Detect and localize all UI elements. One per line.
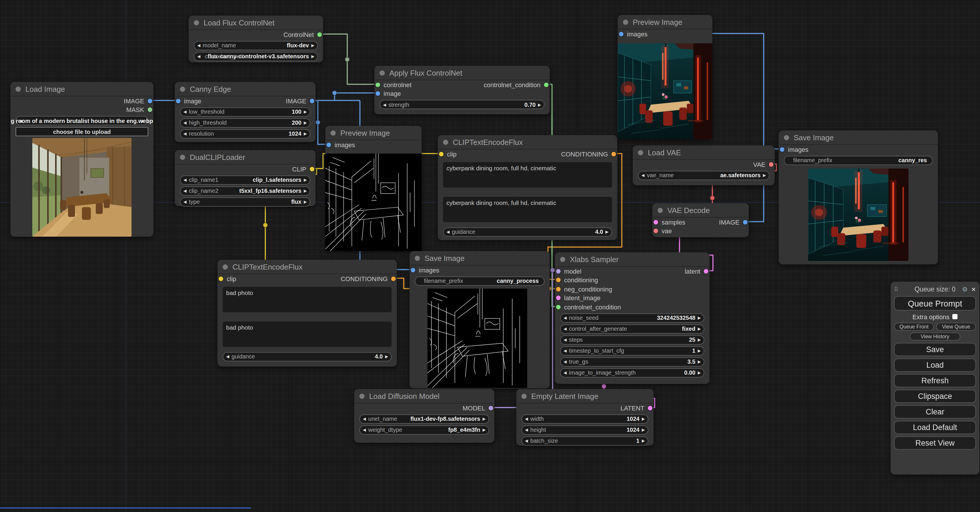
node-graph-canvas[interactable]: Load Flux ControlNetControlNet◀model_nam… [0,0,980,512]
node-xlabs-sampler[interactable]: Xlabs Samplermodellatentconditioningneg_… [555,252,710,384]
output-port-IMAGE[interactable]: IMAGE [286,96,314,105]
input-port-neg_conditioning[interactable]: neg_conditioning [556,285,612,293]
port-dot-icon[interactable] [411,268,415,273]
decrement-arrow-icon[interactable]: ◀ [183,132,186,136]
widget-clip_name1[interactable]: ◀clip_name1clip_l.safetensors▶ [180,175,310,184]
widget-filename_prefix[interactable]: filename_prefixcanny_process [415,276,544,286]
increment-arrow-icon[interactable]: ▶ [311,43,314,47]
output-port-ControlNet[interactable]: ControlNet [283,30,322,39]
node-load-diffusion-model[interactable]: Load Diffusion ModelMODEL◀unet_nameflux1… [354,389,494,443]
decrement-arrow-icon[interactable]: ◀ [363,428,366,432]
increment-arrow-icon[interactable]: ▶ [304,110,307,114]
increment-arrow-icon[interactable]: ▶ [642,428,645,432]
port-dot-icon[interactable] [704,269,708,274]
port-dot-icon[interactable] [619,32,624,37]
increment-arrow-icon[interactable]: ▶ [304,121,307,125]
increment-arrow-icon[interactable]: ▶ [304,200,307,204]
clipspace-button[interactable]: Clipspace [894,390,976,403]
increment-arrow-icon[interactable]: ▶ [698,360,701,364]
decrement-arrow-icon[interactable]: ◀ [183,200,186,204]
port-dot-icon[interactable] [375,91,380,96]
port-dot-icon[interactable] [544,83,549,87]
decrement-arrow-icon[interactable]: ◀ [363,417,366,421]
port-dot-icon[interactable] [654,229,658,233]
node-save-image-mid[interactable]: Save Imageimagesfilename_prefixcanny_pro… [409,251,550,389]
view-history-button[interactable]: View History [910,332,960,341]
input-port-model[interactable]: model [556,267,581,276]
port-dot-icon[interactable] [148,99,152,103]
close-icon[interactable]: ✕ [971,286,976,292]
output-port-CLIP[interactable]: CLIP [292,164,314,174]
port-dot-icon[interactable] [391,276,396,281]
port-dot-icon[interactable] [556,287,561,292]
port-dot-icon[interactable] [654,220,658,225]
collapse-dot[interactable] [522,393,527,399]
output-port-controlnet_condition[interactable]: controlnet_condition [484,80,549,89]
decrement-arrow-icon[interactable]: ◀ [563,349,567,352]
decrement-arrow-icon[interactable]: ◀ [525,439,528,443]
input-port-images[interactable]: images [411,266,439,274]
increment-arrow-icon[interactable]: ▶ [482,417,486,421]
increment-arrow-icon[interactable]: ▶ [698,327,701,331]
port-dot-icon[interactable] [611,152,616,156]
decrement-arrow-icon[interactable]: ◀ [183,110,186,114]
collapse-dot[interactable] [223,264,228,269]
node-save-image-right[interactable]: Save Imageimagesfilename_prefixcanny_res [779,131,938,264]
output-port-IMAGE[interactable]: IMAGE [124,96,152,105]
widget-high_threshold[interactable]: ◀high_threshold200▶ [180,118,310,127]
increment-arrow-icon[interactable]: ▶ [304,189,307,193]
output-port-IMAGE[interactable]: IMAGE [719,218,748,226]
port-dot-icon[interactable] [556,278,561,282]
port-dot-icon[interactable] [310,99,314,103]
decrement-arrow-icon[interactable]: ◀ [183,178,186,182]
widget-control_after_generate[interactable]: ◀control_after_generatefixed▶ [560,324,704,333]
decrement-arrow-icon[interactable]: ◀ [197,54,200,58]
input-port-vae[interactable]: vae [654,226,672,236]
decrement-arrow-icon[interactable]: ◀ [563,327,567,331]
widget-batch_size[interactable]: ◀batch_size1▶ [522,436,648,445]
load-button[interactable]: Load [894,359,976,372]
gear-icon[interactable]: ⚙ [962,286,967,293]
collapse-dot[interactable] [657,207,663,213]
port-dot-icon[interactable] [556,305,561,309]
decrement-arrow-icon[interactable]: ◀ [226,354,229,359]
port-dot-icon[interactable] [375,83,380,87]
decrement-arrow-icon[interactable]: ◀ [563,338,567,342]
port-dot-icon[interactable] [326,143,331,147]
decrement-arrow-icon[interactable]: ◀ [563,316,567,320]
port-dot-icon[interactable] [743,220,748,225]
decrement-arrow-icon[interactable]: ◀ [183,121,186,125]
port-dot-icon[interactable] [439,152,444,156]
extra-options-checkbox[interactable] [952,314,958,319]
collapse-dot[interactable] [380,70,385,75]
input-port-image[interactable]: image [176,96,201,105]
node-apply-flux-controlnet[interactable]: Apply Flux ControlNetcontrolnetcontrolne… [374,66,550,114]
increment-arrow-icon[interactable]: ▶ [642,439,645,443]
decrement-arrow-icon[interactable]: ◀ [641,173,644,177]
output-port-VAE[interactable]: VAE [753,160,773,169]
port-dot-icon[interactable] [648,406,652,410]
input-port-latent_image[interactable]: latent_image [556,293,600,303]
port-dot-icon[interactable] [769,162,773,167]
port-dot-icon[interactable] [556,296,561,300]
node-empty-latent-image[interactable]: Empty Latent ImageLATENT◀width1024▶◀heig… [516,389,654,446]
increment-arrow-icon[interactable]: ▶ [385,354,388,359]
collapse-dot[interactable] [560,257,565,262]
collapse-dot[interactable] [16,86,21,91]
prompt-textarea[interactable]: bad photo [223,287,391,312]
widget-strength[interactable]: ◀strength0.70▶ [380,100,544,109]
port-dot-icon[interactable] [148,108,152,112]
increment-arrow-icon[interactable]: ▶ [698,349,701,352]
decrement-arrow-icon[interactable]: ◀ [563,370,567,375]
collapse-dot[interactable] [415,255,420,261]
widget-resolution[interactable]: ◀resolution1024▶ [180,129,310,138]
output-port-MASK[interactable]: MASK [126,105,152,114]
node-load-vae[interactable]: Load VAEVAE◀vae_nameae.safetensors▶ [633,145,775,185]
decrement-arrow-icon[interactable]: ◀ [197,43,200,47]
port-dot-icon[interactable] [310,167,314,171]
widget-steps[interactable]: ◀steps25▶ [560,335,704,345]
widget-clip_name2[interactable]: ◀clip_name2t5xxl_fp16.safetensors▶ [180,186,310,195]
collapse-dot[interactable] [360,393,364,399]
decrement-arrow-icon[interactable]: ◀ [183,189,186,193]
next-file-arrow-icon[interactable]: ▶ [142,119,145,123]
